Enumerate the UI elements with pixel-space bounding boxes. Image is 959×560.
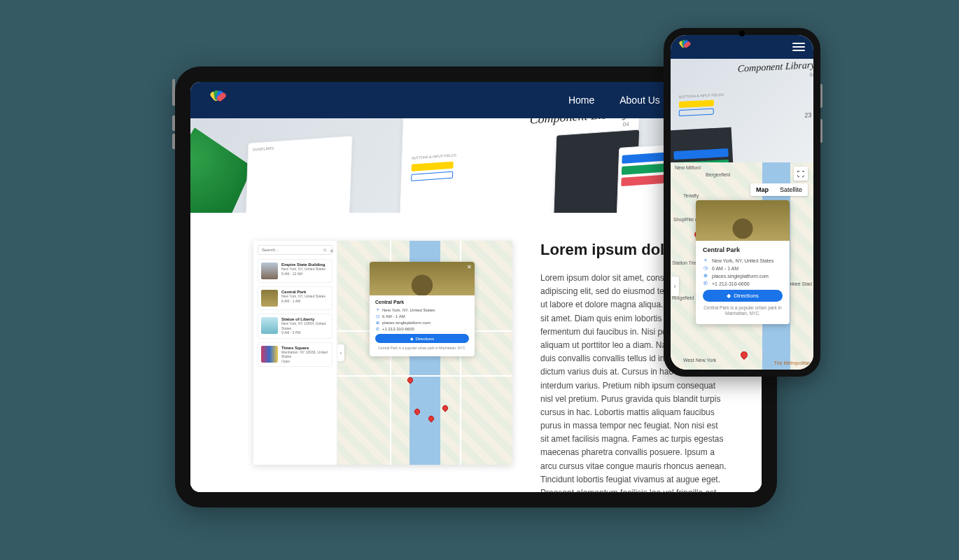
logo-icon [679,41,690,52]
popup-phone[interactable]: ✆+1 212-310-6600 [375,326,469,331]
directions-button[interactable]: ◆ Directions [703,290,783,302]
place-address: New York, NY, United States [281,294,326,299]
popup-hours: ◷6 AM - 1 AM [703,265,783,271]
place-address: Manhattan, NY 10036, United States [281,350,329,359]
map-type-toggle: Map Satellite [750,183,808,196]
search-icon [323,248,327,252]
directions-icon: ◆ [727,293,731,299]
place-popup: ✕ Central Park ⌖New York, NY, United Sta… [370,262,475,356]
map-widget: ✕ Empire State BuildingNew York, NY, Uni… [253,241,512,465]
phone-screen: Component Library 04 BUTTONS & INPUT FIE… [671,35,813,370]
search-input[interactable] [262,248,321,252]
popup-image: ✕ [370,262,475,295]
map-type-satellite[interactable]: Satellite [774,183,808,196]
popup-phone[interactable]: ✆+1 212-310-6600 [703,281,783,286]
hamburger-menu-icon[interactable] [792,43,805,51]
map-label: Station Tire [672,260,696,265]
place-hours: 9 AM - 12 AM [281,272,326,276]
phone-map-canvas[interactable]: ⛶ Map Satellite › New Milford Bergenfiel… [671,162,813,370]
phone-icon: ✆ [375,326,379,331]
expand-sidebar-button[interactable]: › [671,276,679,296]
place-card[interactable]: Empire State BuildingNew York, NY, Unite… [258,259,332,283]
map-canvas[interactable]: ‹ ✕ Central Park ⌖New York, NY, United S… [337,241,512,465]
popup-description: Central Park is a popular urban park in … [375,346,469,351]
popup-website[interactable]: ⊕places.singleplatform.com [375,320,469,325]
popup-title: Central Park [375,300,469,304]
phone-nav [671,35,813,59]
popup-description: Central Park is a popular urban park in … [703,305,783,317]
nav-link-about[interactable]: About Us [620,94,660,106]
place-address: New York, NY, United States [281,267,326,272]
phone-icon: ✆ [703,281,708,286]
places-sidebar: ✕ Empire State BuildingNew York, NY, Uni… [253,241,337,465]
phone-side-button-2 [820,119,822,143]
map-pin[interactable] [406,376,414,384]
collapse-sidebar-button[interactable]: ‹ [337,344,344,361]
close-icon[interactable]: ✕ [467,265,472,270]
nav-link-home[interactable]: Home [568,94,594,106]
phone-hero-banner: Component Library 04 BUTTONS & INPUT FIE… [671,59,813,162]
phone-device-frame: Component Library 04 BUTTONS & INPUT FIE… [664,28,820,377]
logo-icon [210,92,225,108]
map-label: The Metropolitan [774,360,811,365]
map-label: New Milford [675,165,701,170]
popup-address: ⌖New York, NY, United States [703,258,783,263]
location-icon: ⌖ [375,307,379,312]
phone-camera [739,31,745,36]
tablet-power-button [172,79,175,106]
tablet-volume-down [172,134,175,149]
map-label: West New York [683,358,716,363]
directions-button[interactable]: ◆ Directions [375,334,469,343]
place-hours: 6 AM - 1 AM [281,299,326,304]
place-hours: Open [281,359,329,364]
place-card[interactable]: Statue of LibertyNew York, NY 10004, Uni… [258,314,332,339]
map-pin[interactable] [413,407,421,415]
phone-place-popup: Central Park ⌖New York, NY, United State… [696,200,790,324]
popup-title: Central Park [703,246,783,253]
globe-icon: ⊕ [703,273,708,279]
popup-hours: ◷6 AM - 1 AM [375,314,469,318]
directions-icon: ◆ [410,336,414,341]
place-hours: 9 AM - 5 PM [281,330,329,335]
map-label: Ridgefield [672,295,694,300]
map-type-map[interactable]: Map [750,183,774,196]
clear-search-icon[interactable]: ✕ [330,248,333,252]
map-label: Bergenfield [706,172,730,177]
popup-image [696,200,790,241]
map-label: Tenafly [683,193,699,198]
svg-point-0 [324,248,326,251]
popup-address: ⌖New York, NY, United States [375,307,469,312]
globe-icon: ⊕ [375,320,379,325]
tablet-volume-up [172,115,175,131]
clock-icon: ◷ [375,314,379,318]
map-pin[interactable] [441,404,449,412]
place-card[interactable]: Times SquareManhattan, NY 10036, United … [258,342,332,368]
place-thumbnail [261,290,278,307]
place-thumbnail [261,262,278,279]
place-thumbnail [261,317,278,334]
fullscreen-icon[interactable]: ⛶ [794,167,808,181]
clock-icon: ◷ [703,265,708,271]
map-pin[interactable] [427,414,435,422]
hero-sheet-4 [616,144,668,213]
place-thumbnail [261,346,278,363]
search-field[interactable]: ✕ [258,245,332,255]
place-address: New York, NY 10004, United States [281,321,329,330]
svg-line-1 [326,251,326,251]
place-card[interactable]: Central ParkNew York, NY, United States6… [258,286,332,310]
map-pin[interactable] [739,350,749,360]
location-icon: ⌖ [703,258,708,263]
hero-sheet-1: GUIDELINES [245,135,353,213]
phone-side-button-1 [820,84,822,108]
popup-website[interactable]: ⊕places.singleplatform.com [703,273,783,279]
